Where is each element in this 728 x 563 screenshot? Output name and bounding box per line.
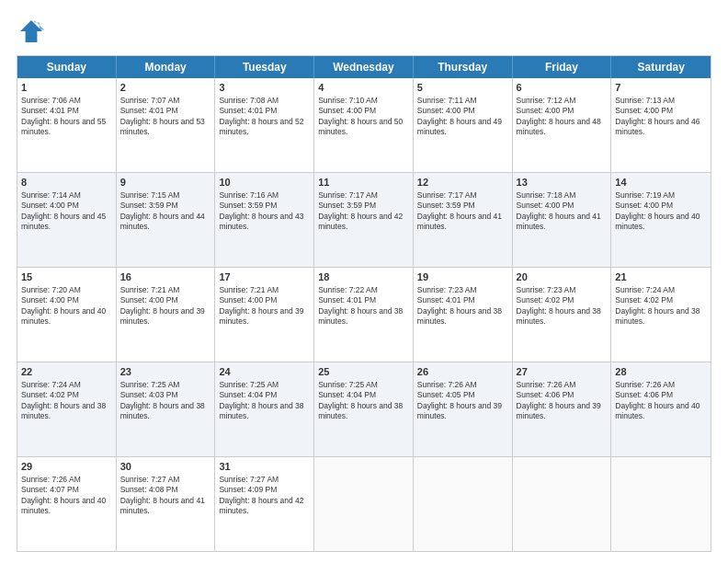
day-number: 15 xyxy=(21,270,112,284)
sunrise-text: Sunrise: 7:07 AM xyxy=(120,96,180,105)
calendar-cell: 29Sunrise: 7:26 AMSunset: 4:07 PMDayligh… xyxy=(17,457,117,551)
day-number: 6 xyxy=(517,81,608,95)
daylight-text: Daylight: 8 hours and 41 minutes. xyxy=(417,212,502,231)
logo-icon xyxy=(17,17,46,46)
sunrise-text: Sunrise: 7:13 AM xyxy=(615,96,675,105)
sunrise-text: Sunrise: 7:26 AM xyxy=(615,380,675,389)
day-number: 14 xyxy=(615,176,707,190)
calendar-cell: 28Sunrise: 7:26 AMSunset: 4:06 PMDayligh… xyxy=(611,362,711,456)
calendar-cell: 20Sunrise: 7:23 AMSunset: 4:02 PMDayligh… xyxy=(513,268,612,362)
day-number: 8 xyxy=(21,176,112,190)
day-number: 25 xyxy=(318,365,409,379)
calendar-cell: 11Sunrise: 7:17 AMSunset: 3:59 PMDayligh… xyxy=(314,173,414,267)
sunset-text: Sunset: 3:59 PM xyxy=(417,201,475,210)
sunrise-text: Sunrise: 7:14 AM xyxy=(21,190,81,200)
calendar-header-cell: Wednesday xyxy=(314,56,414,78)
daylight-text: Daylight: 8 hours and 40 minutes. xyxy=(615,212,700,231)
calendar-cell: 6Sunrise: 7:12 AMSunset: 4:00 PMDaylight… xyxy=(513,78,612,172)
sunrise-text: Sunrise: 7:08 AM xyxy=(219,96,279,105)
calendar-cell: 1Sunrise: 7:06 AMSunset: 4:01 PMDaylight… xyxy=(17,78,117,172)
calendar-cell: 21Sunrise: 7:24 AMSunset: 4:02 PMDayligh… xyxy=(611,268,711,362)
calendar-cell: 8Sunrise: 7:14 AMSunset: 4:00 PMDaylight… xyxy=(17,173,117,267)
sunrise-text: Sunrise: 7:16 AM xyxy=(219,190,279,200)
sunrise-text: Sunrise: 7:21 AM xyxy=(120,285,180,294)
sunrise-text: Sunrise: 7:17 AM xyxy=(417,190,477,200)
sunset-text: Sunset: 4:00 PM xyxy=(21,295,79,304)
sunset-text: Sunset: 4:06 PM xyxy=(615,390,673,399)
header xyxy=(17,17,711,46)
day-number: 24 xyxy=(219,365,310,379)
page: SundayMondayTuesdayWednesdayThursdayFrid… xyxy=(0,0,728,563)
calendar-cell: 23Sunrise: 7:25 AMSunset: 4:03 PMDayligh… xyxy=(117,362,216,456)
sunset-text: Sunset: 4:00 PM xyxy=(219,295,277,304)
calendar-cell: 30Sunrise: 7:27 AMSunset: 4:08 PMDayligh… xyxy=(117,457,216,551)
sunrise-text: Sunrise: 7:25 AM xyxy=(318,380,378,389)
calendar-header-cell: Sunday xyxy=(17,56,117,78)
sunset-text: Sunset: 4:00 PM xyxy=(120,295,178,304)
day-number: 22 xyxy=(21,365,112,379)
sunset-text: Sunset: 3:59 PM xyxy=(120,201,178,210)
calendar-row: 8Sunrise: 7:14 AMSunset: 4:00 PMDaylight… xyxy=(17,173,711,268)
daylight-text: Daylight: 8 hours and 52 minutes. xyxy=(219,117,303,136)
daylight-text: Daylight: 8 hours and 44 minutes. xyxy=(120,212,205,231)
day-number: 12 xyxy=(417,176,508,190)
sunset-text: Sunset: 4:00 PM xyxy=(615,106,673,115)
day-number: 10 xyxy=(219,176,310,190)
day-number: 27 xyxy=(517,365,608,379)
calendar-cell: 10Sunrise: 7:16 AMSunset: 3:59 PMDayligh… xyxy=(215,173,314,267)
day-number: 28 xyxy=(615,365,707,379)
daylight-text: Daylight: 8 hours and 49 minutes. xyxy=(417,117,502,136)
sunrise-text: Sunrise: 7:24 AM xyxy=(615,285,675,294)
calendar-cell: 24Sunrise: 7:25 AMSunset: 4:04 PMDayligh… xyxy=(215,362,314,456)
sunset-text: Sunset: 4:01 PM xyxy=(417,295,475,304)
calendar-cell: 4Sunrise: 7:10 AMSunset: 4:00 PMDaylight… xyxy=(314,78,414,172)
daylight-text: Daylight: 8 hours and 55 minutes. xyxy=(21,117,106,136)
sunset-text: Sunset: 4:02 PM xyxy=(615,295,673,304)
sunrise-text: Sunrise: 7:17 AM xyxy=(318,190,378,200)
sunset-text: Sunset: 4:04 PM xyxy=(219,390,277,399)
sunset-text: Sunset: 4:01 PM xyxy=(21,106,79,115)
daylight-text: Daylight: 8 hours and 53 minutes. xyxy=(120,117,205,136)
sunrise-text: Sunrise: 7:26 AM xyxy=(21,475,81,484)
sunrise-text: Sunrise: 7:15 AM xyxy=(120,190,180,200)
daylight-text: Daylight: 8 hours and 38 minutes. xyxy=(517,306,601,326)
sunset-text: Sunset: 4:01 PM xyxy=(318,295,376,304)
daylight-text: Daylight: 8 hours and 43 minutes. xyxy=(219,212,303,231)
calendar-cell: 14Sunrise: 7:19 AMSunset: 4:00 PMDayligh… xyxy=(611,173,711,267)
sunset-text: Sunset: 4:00 PM xyxy=(417,106,475,115)
day-number: 5 xyxy=(417,81,508,95)
daylight-text: Daylight: 8 hours and 42 minutes. xyxy=(318,212,403,231)
sunrise-text: Sunrise: 7:21 AM xyxy=(219,285,279,294)
daylight-text: Daylight: 8 hours and 40 minutes. xyxy=(21,496,106,515)
sunset-text: Sunset: 4:02 PM xyxy=(21,390,79,399)
sunrise-text: Sunrise: 7:19 AM xyxy=(615,190,675,200)
calendar-header-cell: Friday xyxy=(513,56,612,78)
calendar-header: SundayMondayTuesdayWednesdayThursdayFrid… xyxy=(17,56,711,78)
calendar-cell: 2Sunrise: 7:07 AMSunset: 4:01 PMDaylight… xyxy=(117,78,216,172)
daylight-text: Daylight: 8 hours and 38 minutes. xyxy=(318,401,403,420)
sunrise-text: Sunrise: 7:25 AM xyxy=(219,380,279,389)
sunset-text: Sunset: 4:01 PM xyxy=(120,106,178,115)
day-number: 17 xyxy=(219,270,310,284)
sunset-text: Sunset: 4:02 PM xyxy=(517,295,574,304)
sunrise-text: Sunrise: 7:06 AM xyxy=(21,96,81,105)
sunrise-text: Sunrise: 7:27 AM xyxy=(120,475,180,484)
daylight-text: Daylight: 8 hours and 46 minutes. xyxy=(615,117,700,136)
daylight-text: Daylight: 8 hours and 48 minutes. xyxy=(517,117,601,136)
sunset-text: Sunset: 4:00 PM xyxy=(21,201,79,210)
calendar-row: 15Sunrise: 7:20 AMSunset: 4:00 PMDayligh… xyxy=(17,268,711,362)
daylight-text: Daylight: 8 hours and 38 minutes. xyxy=(417,306,502,326)
logo xyxy=(17,17,50,46)
calendar-cell xyxy=(314,457,414,551)
calendar: SundayMondayTuesdayWednesdayThursdayFrid… xyxy=(17,55,711,552)
sunset-text: Sunset: 4:06 PM xyxy=(517,390,574,399)
sunset-text: Sunset: 4:09 PM xyxy=(219,485,277,494)
sunrise-text: Sunrise: 7:27 AM xyxy=(219,475,279,484)
day-number: 2 xyxy=(120,81,211,95)
daylight-text: Daylight: 8 hours and 38 minutes. xyxy=(219,401,303,420)
daylight-text: Daylight: 8 hours and 40 minutes. xyxy=(21,306,106,326)
day-number: 20 xyxy=(517,270,608,284)
sunrise-text: Sunrise: 7:23 AM xyxy=(517,285,576,294)
sunset-text: Sunset: 3:59 PM xyxy=(318,201,376,210)
calendar-cell: 7Sunrise: 7:13 AMSunset: 4:00 PMDaylight… xyxy=(611,78,711,172)
